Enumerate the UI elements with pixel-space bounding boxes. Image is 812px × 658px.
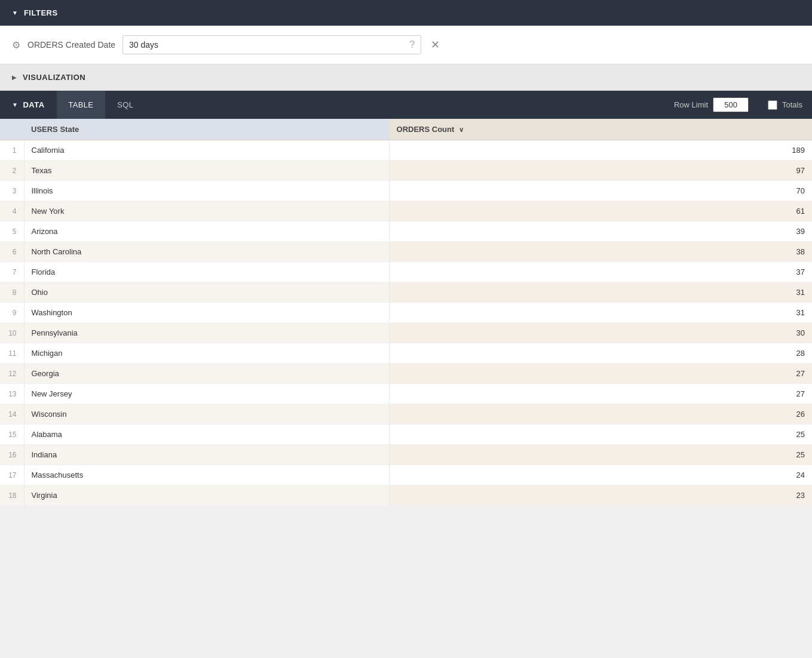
cell-row-num: 10 [0, 323, 24, 343]
cell-count: 31 [390, 282, 812, 303]
cell-row-num: 8 [0, 282, 24, 303]
cell-state: Pennsylvania [24, 323, 390, 343]
table-body: 1California1892Texas973Illinois704New Yo… [0, 140, 812, 506]
table-row: 11Michigan28 [0, 343, 812, 364]
data-table: USERS State ORDERS Count ∨ 1California18… [0, 119, 812, 506]
table-row: 14Wisconsin26 [0, 404, 812, 425]
table-row: 16Indiana25 [0, 445, 812, 465]
filter-date-input[interactable] [123, 36, 403, 54]
row-limit-input[interactable] [713, 97, 749, 112]
data-collapse-icon: ▼ [12, 102, 18, 108]
cell-count: 23 [390, 485, 812, 506]
cell-count: 27 [390, 364, 812, 384]
cell-state: Wisconsin [24, 404, 390, 425]
cell-row-num: 12 [0, 364, 24, 384]
cell-state: New York [24, 201, 390, 222]
table-row: 4New York61 [0, 201, 812, 222]
cell-row-num: 14 [0, 404, 24, 425]
cell-state: North Carolina [24, 242, 390, 262]
table-row: 2Texas97 [0, 161, 812, 181]
cell-row-num: 7 [0, 262, 24, 282]
col-header-users-state[interactable]: USERS State [24, 119, 390, 140]
data-table-container: USERS State ORDERS Count ∨ 1California18… [0, 119, 812, 506]
cell-state: Illinois [24, 181, 390, 201]
table-row: 5Arizona39 [0, 222, 812, 242]
sort-desc-icon: ∨ [459, 126, 464, 133]
cell-row-num: 4 [0, 201, 24, 222]
cell-state: New Jersey [24, 384, 390, 404]
filters-header[interactable]: ▼ FILTERS [0, 0, 812, 26]
cell-row-num: 16 [0, 445, 24, 465]
cell-state: Washington [24, 303, 390, 323]
tab-sql[interactable]: SQL [105, 91, 145, 119]
cell-row-num: 9 [0, 303, 24, 323]
cell-count: 25 [390, 445, 812, 465]
cell-count: 39 [390, 222, 812, 242]
cell-row-num: 15 [0, 425, 24, 445]
gear-icon[interactable]: ⚙ [12, 39, 20, 51]
filter-close-icon[interactable]: ✕ [428, 38, 442, 51]
cell-row-num: 11 [0, 343, 24, 364]
row-limit-section: Row Limit [674, 97, 758, 112]
tab-data[interactable]: ▼ DATA [0, 91, 57, 119]
cell-row-num: 1 [0, 140, 24, 161]
cell-count: 38 [390, 242, 812, 262]
cell-state: Virginia [24, 485, 390, 506]
cell-count: 189 [390, 140, 812, 161]
cell-state: Massachusetts [24, 465, 390, 485]
table-row: 15Alabama25 [0, 425, 812, 445]
cell-row-num: 17 [0, 465, 24, 485]
cell-state: Florida [24, 262, 390, 282]
table-row: 8Ohio31 [0, 282, 812, 303]
table-header-row: USERS State ORDERS Count ∨ [0, 119, 812, 140]
cell-count: 31 [390, 303, 812, 323]
cell-state: Arizona [24, 222, 390, 242]
cell-state: Ohio [24, 282, 390, 303]
cell-count: 70 [390, 181, 812, 201]
cell-count: 37 [390, 262, 812, 282]
cell-row-num: 18 [0, 485, 24, 506]
cell-state: Alabama [24, 425, 390, 445]
cell-row-num: 2 [0, 161, 24, 181]
cell-count: 97 [390, 161, 812, 181]
visualization-expand-icon: ▶ [12, 74, 17, 81]
cell-state: California [24, 140, 390, 161]
cell-count: 30 [390, 323, 812, 343]
cell-count: 61 [390, 201, 812, 222]
col-header-num [0, 119, 24, 140]
data-tab-label: DATA [23, 100, 44, 109]
totals-section: Totals [758, 100, 812, 110]
cell-count: 24 [390, 465, 812, 485]
cell-row-num: 5 [0, 222, 24, 242]
filter-input-wrapper: ? [122, 35, 421, 54]
table-row: 17Massachusetts24 [0, 465, 812, 485]
row-limit-label: Row Limit [674, 100, 708, 109]
col-header-orders-count[interactable]: ORDERS Count ∨ [390, 119, 812, 140]
filters-title: FILTERS [24, 8, 58, 17]
cell-count: 27 [390, 384, 812, 404]
cell-state: Michigan [24, 343, 390, 364]
table-row: 10Pennsylvania30 [0, 323, 812, 343]
cell-count: 26 [390, 404, 812, 425]
totals-label: Totals [782, 100, 802, 109]
totals-checkbox[interactable] [768, 100, 777, 110]
filters-body: ⚙ ORDERS Created Date ? ✕ [0, 26, 812, 64]
cell-state: Georgia [24, 364, 390, 384]
help-icon[interactable]: ? [403, 39, 421, 50]
table-row: 6North Carolina38 [0, 242, 812, 262]
tab-table[interactable]: TABLE [57, 91, 106, 119]
table-row: 12Georgia27 [0, 364, 812, 384]
data-bar: ▼ DATA TABLE SQL Row Limit Totals [0, 91, 812, 119]
cell-count: 25 [390, 425, 812, 445]
cell-state: Indiana [24, 445, 390, 465]
cell-row-num: 6 [0, 242, 24, 262]
filters-collapse-icon: ▼ [12, 10, 18, 16]
cell-row-num: 3 [0, 181, 24, 201]
cell-count: 28 [390, 343, 812, 364]
visualization-header[interactable]: ▶ VISUALIZATION [0, 64, 812, 91]
visualization-title: VISUALIZATION [23, 73, 85, 82]
table-row: 7Florida37 [0, 262, 812, 282]
table-row: 18Virginia23 [0, 485, 812, 506]
table-row: 3Illinois70 [0, 181, 812, 201]
cell-row-num: 13 [0, 384, 24, 404]
